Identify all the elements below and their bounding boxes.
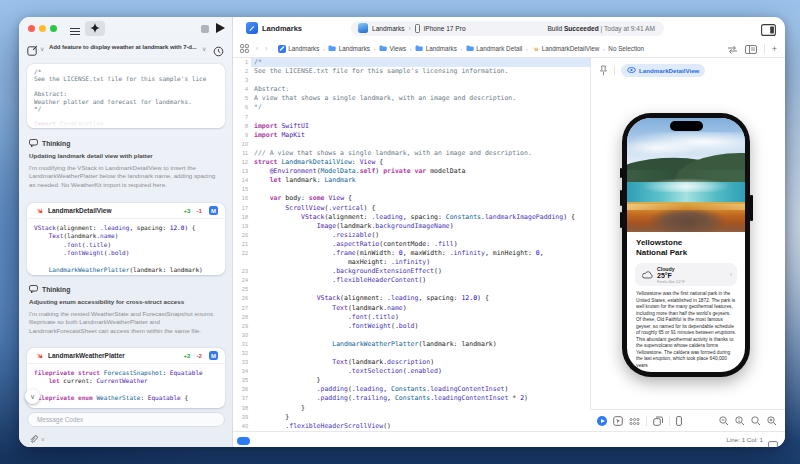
editor-line[interactable]: 36 .padding(.leading, Constants.leadingC… (233, 385, 590, 394)
breadcrumb-item[interactable]: Landmarks (328, 45, 370, 52)
editor-line[interactable]: 33 Text(landmark.description) (233, 358, 590, 367)
add-editor-icon[interactable]: + (772, 44, 777, 54)
change-card-landmarkdetailview[interactable]: LandmarkDetailView +3 -1 M VStack(alignm… (27, 203, 225, 275)
side-button (750, 195, 753, 221)
related-items-icon[interactable] (240, 44, 249, 53)
stop-button[interactable] (201, 25, 209, 33)
editor-line[interactable]: 37 .padding(.trailing, Constants.leading… (233, 394, 590, 403)
editor-line[interactable]: 21 .aspectRatio(contentMode: .fill) (233, 240, 590, 249)
breadcrumb-item[interactable]: Views (379, 45, 406, 52)
breadcrumb-item[interactable]: Landmark Detail (466, 45, 522, 52)
back-icon[interactable]: ‹ (256, 45, 258, 52)
breadcrumb-item[interactable]: LandmarkDetailView (531, 45, 599, 53)
editor-line[interactable]: 11/// A view that shows a single landmar… (233, 149, 590, 158)
editor-line[interactable]: 27 Text(landmark.name) (233, 304, 590, 313)
code-line (34, 258, 218, 266)
editor-line[interactable]: 18 VStack(alignment: .leading, spacing: … (233, 213, 590, 222)
history-icon[interactable] (213, 43, 224, 61)
editor-line[interactable]: 6*/ (233, 103, 590, 112)
editor-line[interactable]: 26 VStack(alignment: .leading, spacing: … (233, 294, 590, 303)
editor-line[interactable]: 14 let landmark: Landmark (233, 176, 590, 185)
cursor-position: Line: 1 Col: 1 (727, 436, 763, 443)
run-button[interactable] (216, 23, 225, 33)
scheme-capsule[interactable]: Landmarks › iPhone 17 Pro Build Succeede… (351, 21, 664, 37)
editor-line[interactable]: 16 var body: some View { (233, 194, 590, 203)
zoom-fit-icon[interactable]: 1 (735, 412, 745, 430)
editor-line[interactable]: 19 Image(landmark.backgroundImageName) (233, 222, 590, 231)
suggestion-indicator[interactable] (237, 437, 250, 445)
editor-line[interactable]: 2See the LICENSE.txt file for this sampl… (233, 67, 590, 76)
editor-line[interactable]: 10 (233, 140, 590, 149)
editor-line[interactable]: 32 (233, 349, 590, 358)
editor-line[interactable]: 13 @Environment(ModelData.self) private … (233, 167, 590, 176)
new-chat-icon[interactable] (27, 42, 38, 60)
editor-line[interactable]: 7 (233, 113, 590, 122)
chevron-down-icon[interactable]: ∨ (40, 45, 44, 52)
destination-name[interactable]: iPhone 17 Pro (424, 25, 466, 32)
minimize-window-button[interactable] (39, 25, 46, 32)
editor-line[interactable]: 24 .flexibleHeaderContent() (233, 276, 590, 285)
editor-line[interactable]: maxHeight: .infinity) (233, 258, 590, 267)
selectable-mode-icon[interactable] (613, 412, 623, 430)
forward-icon[interactable]: › (265, 45, 267, 52)
zoom-100-icon[interactable] (751, 412, 761, 430)
preview-target-pill[interactable]: LandmarkDetailView (621, 64, 705, 77)
breadcrumb-item[interactable]: No Selection (608, 45, 644, 52)
assistant-toggle-button[interactable] (85, 21, 105, 36)
swift-icon (34, 351, 44, 361)
editor-line[interactable]: 3 (233, 76, 590, 85)
editor-line[interactable]: 8import SwiftUI (233, 122, 590, 131)
zoom-in-icon[interactable] (767, 412, 777, 430)
editor-line[interactable]: 17 ScrollView(.vertical) { (233, 204, 590, 213)
editor-display-icon[interactable] (768, 436, 778, 447)
navigator-toggle-icon[interactable] (69, 23, 81, 41)
editor-line[interactable]: 30 (233, 331, 590, 340)
context-code-card[interactable]: /*See the LICENSE.txt file for this samp… (27, 64, 225, 128)
editor-line[interactable]: 39 } (233, 413, 590, 422)
build-status: Build Succeeded | Today at 9:41 AM (547, 25, 655, 32)
editor-line[interactable]: 29 .fontWeight(.bold) (233, 322, 590, 331)
message-input[interactable]: Message Codex (27, 412, 225, 427)
inspector-toggle-icon[interactable] (761, 22, 776, 40)
collapse-button[interactable]: ∨ (25, 389, 40, 404)
chat-title[interactable]: Add feature to display weather at landma… (49, 44, 201, 50)
editor-line[interactable]: 20 .resizable() (233, 231, 590, 240)
editor-line[interactable]: 4Abstract: (233, 85, 590, 94)
editor-line[interactable]: 28 .font(.title) (233, 313, 590, 322)
editor-line[interactable]: 38 } (233, 404, 590, 413)
editor-line[interactable]: 23 .backgroundExtensionEffect() (233, 267, 590, 276)
swap-editor-icon[interactable] (727, 40, 738, 58)
editor-line[interactable]: 25 (233, 285, 590, 294)
pin-icon[interactable] (599, 65, 608, 76)
change-card-landmarkweatherplatter[interactable]: LandmarkWeatherPlatter +2 -2 M filepriva… (27, 348, 225, 408)
editor-line[interactable]: 31 LandmarkWeatherPlatter(landmark: land… (233, 340, 590, 349)
grid-mode-icon[interactable] (629, 412, 640, 430)
device-settings-icon[interactable] (676, 412, 682, 430)
close-window-button[interactable] (28, 25, 35, 32)
zoom-window-button[interactable] (50, 25, 57, 32)
chevron-down-icon[interactable]: ∨ (41, 436, 45, 442)
lines-added: +3 (183, 207, 190, 214)
zoom-out-icon[interactable] (719, 412, 729, 430)
editor-line[interactable]: 35 } (233, 376, 590, 385)
editor-line[interactable]: 5A view that shows a single landmark, wi… (233, 94, 590, 103)
editor-line[interactable]: 34 .textSelection(.enabled) (233, 367, 590, 376)
editor-options-icon[interactable] (745, 40, 757, 58)
editor-status-bar: Line: 1 Col: 1 (233, 431, 785, 447)
chevron-down-icon[interactable]: ∨ (202, 45, 206, 52)
editor-line[interactable]: 40 .flexibleHeaderScrollView() (233, 422, 590, 431)
editor-line[interactable]: 12struct LandmarkDetailView: View { (233, 158, 590, 167)
breadcrumb-item[interactable]: Landmarks (278, 45, 320, 53)
message-placeholder: Message Codex (37, 413, 83, 427)
live-preview-button[interactable] (597, 416, 607, 426)
editor-line[interactable]: 22 .frame(minWidth: 0, maxWidth: .infini… (233, 249, 590, 258)
editor-line[interactable]: 1/* (233, 58, 590, 67)
editor-line[interactable]: 9import MapKit (233, 131, 590, 140)
breadcrumb-item[interactable]: Landmarks (415, 45, 457, 52)
attachment-icon[interactable] (29, 430, 38, 447)
thinking-heading: Updating landmark detail view with platt… (29, 152, 219, 159)
code-editor[interactable]: 1/*2See the LICENSE.txt file for this sa… (233, 58, 590, 431)
scheme-name[interactable]: Landmarks (372, 25, 405, 32)
editor-line[interactable]: 15 (233, 185, 590, 194)
variants-icon[interactable] (653, 412, 663, 430)
